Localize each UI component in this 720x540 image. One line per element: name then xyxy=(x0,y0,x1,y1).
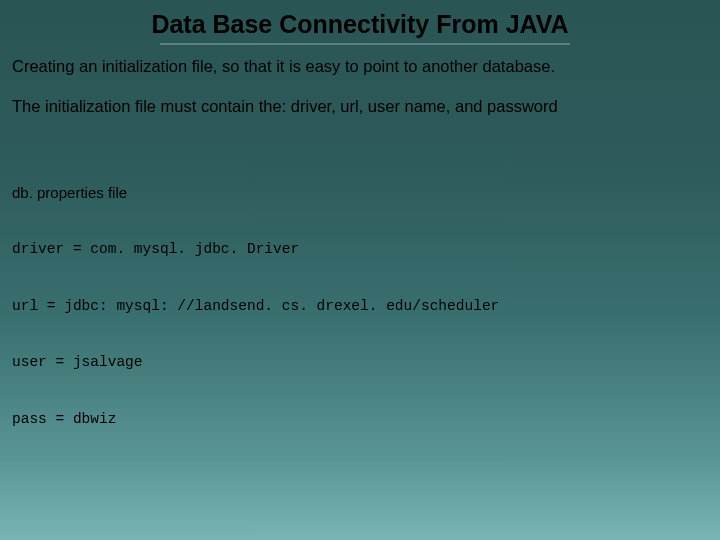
code-line-3: user = jsalvage xyxy=(12,353,710,372)
title-underline xyxy=(160,43,570,45)
slide-container: Data Base Connectivity From JAVA Creatin… xyxy=(0,0,720,540)
paragraph-2: The initialization file must contain the… xyxy=(10,95,710,117)
paragraph-1: Creating an initialization file, so that… xyxy=(10,55,710,77)
code-line-4: pass = dbwiz xyxy=(12,410,710,429)
slide-title: Data Base Connectivity From JAVA xyxy=(10,10,710,39)
code-line-1: driver = com. mysql. jdbc. Driver xyxy=(12,240,710,259)
code-label: db. properties file xyxy=(12,183,710,203)
code-line-2: url = jdbc: mysql: //landsend. cs. drexe… xyxy=(12,297,710,316)
code-block: db. properties file driver = com. mysql.… xyxy=(10,146,710,467)
